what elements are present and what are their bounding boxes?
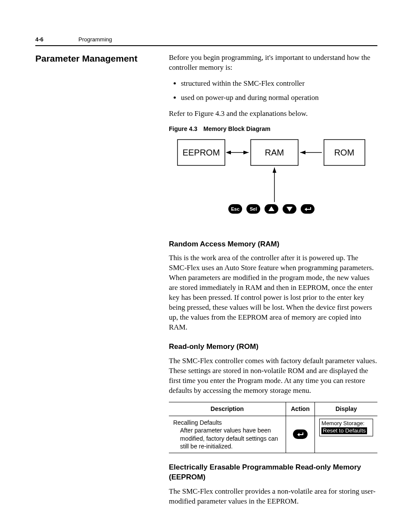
bullet-item: structured within the SMC-Flex controlle… <box>181 79 377 89</box>
eeprom-body: The SMC-Flex controller provides a non-v… <box>169 487 377 507</box>
eeprom-label: EEPROM <box>183 148 220 157</box>
page: 4-6 Programming Parameter Management Bef… <box>0 0 411 532</box>
main-column: Before you begin programming, it's impor… <box>169 53 377 513</box>
section-name: Programming <box>78 36 112 43</box>
display-box: Memory Storage: Reset to Defaults <box>319 419 373 437</box>
display-line1: Memory Storage: <box>321 420 371 427</box>
col-display: Display <box>315 402 377 416</box>
ram-body: This is the work area of the controller … <box>169 253 377 333</box>
bullet-item: used on power-up and during normal opera… <box>181 93 377 103</box>
display-line2: Reset to Defaults <box>321 427 367 434</box>
figure-caption: Figure 4.3 Memory Block Diagram <box>169 125 377 133</box>
figure-title: Memory Block Diagram <box>203 125 271 132</box>
keypad-row: Esc Sel <box>228 204 314 214</box>
table-row: Recalling Defaults After parameter value… <box>169 416 377 453</box>
header-rule <box>35 45 377 46</box>
enter-key-icon <box>293 429 308 439</box>
side-heading: Parameter Management <box>35 53 169 64</box>
rom-label: ROM <box>334 148 355 157</box>
memory-block-diagram: EEPROM RAM ROM <box>173 137 377 222</box>
rom-heading: Read-only Memory (ROM) <box>169 342 377 352</box>
figure-number: Figure 4.3 <box>169 125 197 132</box>
content-columns: Parameter Management Before you begin pr… <box>35 53 377 513</box>
col-action: Action <box>286 402 315 416</box>
eeprom-heading: Electrically Erasable Programmable Read-… <box>169 463 377 482</box>
refer-line: Refer to Figure 4.3 and the explanations… <box>169 109 377 119</box>
ram-heading: Random Access Memory (RAM) <box>169 240 377 249</box>
row-subtext: After parameter values have been modifie… <box>173 426 281 450</box>
diagram-svg: EEPROM RAM ROM <box>173 137 367 219</box>
side-column: Parameter Management <box>35 53 169 64</box>
intro-bullets: structured within the SMC-Flex controlle… <box>169 79 377 103</box>
rom-table: Description Action Display Recalling Def… <box>169 402 377 453</box>
intro-paragraph: Before you begin programming, it's impor… <box>169 53 377 73</box>
rom-body: The SMC-Flex controller comes with facto… <box>169 356 377 396</box>
running-header: 4-6 Programming <box>35 36 377 43</box>
row-title: Recalling Defaults <box>173 419 222 426</box>
ram-label: RAM <box>265 148 284 157</box>
sel-key-label: Sel <box>250 206 257 212</box>
esc-key-label: Esc <box>231 206 240 212</box>
col-description: Description <box>169 402 286 416</box>
page-number: 4-6 <box>35 36 78 43</box>
